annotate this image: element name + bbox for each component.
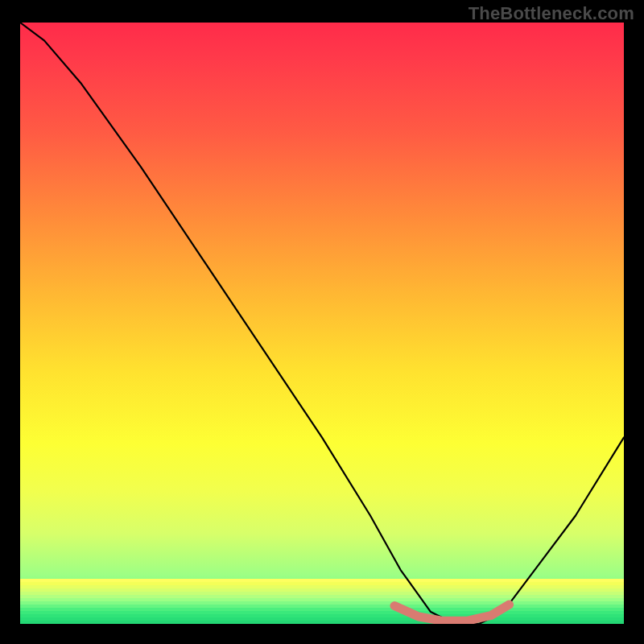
bottom-highlight bbox=[394, 605, 510, 621]
chart-frame: TheBottleneck.com bbox=[0, 0, 644, 644]
main-curve bbox=[20, 23, 624, 624]
plot-area bbox=[20, 23, 624, 624]
watermark-text: TheBottleneck.com bbox=[469, 3, 634, 24]
curve-layer bbox=[20, 23, 624, 624]
